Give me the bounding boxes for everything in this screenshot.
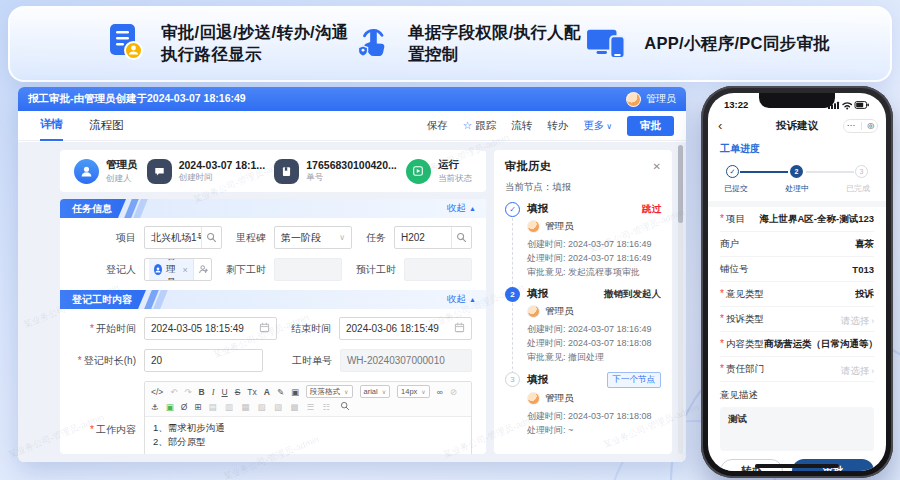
redo-icon[interactable]: ↷ <box>184 387 191 397</box>
clear-format-icon[interactable]: Tx <box>247 387 256 397</box>
feature-text-line2: 执行路径显示 <box>161 44 349 66</box>
more-options-icon[interactable]: ⋯ <box>847 121 855 130</box>
phone-field-project[interactable]: *项目 海上世界A区-全称-测试123 <box>720 207 874 232</box>
next-node-button[interactable]: 下一个节点 <box>607 372 662 388</box>
created-time-info: 2024-03-07 18:1...创建时间 <box>147 159 265 184</box>
creator-info: 管理员创建人 <box>74 158 138 185</box>
star-icon: ☆ <box>463 119 472 131</box>
undo-icon[interactable]: ↶ <box>170 387 177 397</box>
start-time-input[interactable]: 2024-03-05 18:15:49 <box>144 317 277 340</box>
required-mark: * <box>90 323 94 334</box>
end-time-input[interactable]: 2024-03-06 18:15:49 <box>339 317 472 340</box>
duration-input[interactable]: 20 <box>144 349 263 372</box>
phone-field-content-type[interactable]: *内容类型 商场营运类（日常沟通等） <box>720 332 874 357</box>
milestone-label: 里程碑 <box>236 231 266 245</box>
link-icon[interactable]: ∞ <box>437 387 443 397</box>
search-icon[interactable] <box>201 227 221 248</box>
remove-tag-icon[interactable]: × <box>183 265 188 275</box>
chat-bubble-icon <box>147 159 172 184</box>
bold-icon[interactable]: B <box>199 387 205 397</box>
avatar <box>527 392 540 405</box>
strikethrough-icon[interactable]: S <box>235 387 241 397</box>
document-user-icon <box>105 22 145 66</box>
step-label: 已完成 <box>846 183 870 194</box>
required-mark: * <box>90 424 94 435</box>
anchor-icon[interactable]: ⚓ <box>151 402 159 412</box>
italic-icon[interactable]: I <box>212 387 215 397</box>
tab-flowchart[interactable]: 流程图 <box>89 111 124 141</box>
rich-text-editor[interactable]: </> ↶ ↷ B I U S Tx A ✎ ▣ <box>144 381 472 454</box>
paragraph-format-select[interactable]: 段落格式∨ <box>306 385 352 398</box>
avatar <box>527 220 540 233</box>
highlight-icon[interactable]: ✎ <box>277 387 284 397</box>
project-input[interactable]: 北兴机场1号航 <box>144 226 222 249</box>
phone-field-shop-number[interactable]: 铺位号 T013 <box>720 257 874 282</box>
person-icon <box>154 264 162 275</box>
task-label: 任务 <box>366 231 386 245</box>
summary-card: 管理员创建人 2024-03-07 18:1...创建时间 1765683010… <box>60 150 486 192</box>
phone-page-title: 投诉建议 <box>776 119 818 133</box>
attachment-icon[interactable]: Ø <box>181 402 188 412</box>
phone-field-merchant[interactable]: 商户 喜茶 <box>720 232 874 257</box>
fullscreen-icon[interactable]: ▣ <box>291 387 299 397</box>
font-size-select[interactable]: 14px∨ <box>397 385 430 398</box>
font-color-icon[interactable]: A <box>264 387 270 397</box>
scrollbar-thumb[interactable] <box>678 145 683 223</box>
chevron-down-icon: ∨ <box>606 122 612 131</box>
code-icon[interactable]: </> <box>151 387 163 397</box>
transfer-button[interactable]: 转办 <box>547 119 568 133</box>
tab-detail[interactable]: 详情 <box>40 111 63 141</box>
search-icon[interactable] <box>451 227 471 248</box>
form-card: 任务信息 收起▲ 项目 北兴机场1号航 里程碑 第一阶段 ∨ 任务 <box>60 199 486 454</box>
registrant-input[interactable]: 管理员 × <box>144 258 212 281</box>
save-button[interactable]: 保存 <box>427 119 448 133</box>
user-name: 管理员 <box>646 92 676 106</box>
step-label: 已提交 <box>724 183 748 194</box>
image-icon[interactable]: ▣ <box>166 402 174 412</box>
duration-label: *登记时长(h) <box>60 354 136 368</box>
back-icon[interactable]: ‹ <box>718 119 722 132</box>
add-person-icon[interactable] <box>193 259 212 280</box>
collapse-up-icon: ▲ <box>469 205 476 212</box>
font-family-select[interactable]: arial∨ <box>360 385 391 398</box>
section-worktime: 登记工时内容 收起▲ <box>60 290 486 309</box>
window-title: 报工审批-由管理员创建于2024-03-07 18:16:49 <box>28 92 246 106</box>
phone-field-responsible-dept[interactable]: *责任部门 请选择› <box>720 357 874 382</box>
feature-multi-device: APP/小程序/PC同步审批 <box>586 23 830 65</box>
circulate-button[interactable]: 流转 <box>511 119 532 133</box>
unlink-icon[interactable]: ⊘ <box>450 387 457 397</box>
miniprogram-capsule[interactable]: ⋯ ◎ <box>843 119 878 133</box>
phone-field-opinion-type[interactable]: *意见类型 投诉 <box>720 282 874 307</box>
table-icon[interactable]: ⊞ <box>194 402 201 412</box>
editor-content[interactable]: 1、需求初步沟通 2、部分原型 <box>145 417 471 454</box>
close-icon[interactable]: ✕ <box>653 161 661 172</box>
track-button[interactable]: ☆ 跟踪 <box>463 119 496 133</box>
titlebar-user[interactable]: 管理员 <box>626 92 676 107</box>
required-mark: * <box>78 355 82 366</box>
running-status-icon <box>406 159 431 184</box>
avatar <box>527 305 540 318</box>
more-button[interactable]: 更多∨ <box>583 119 612 133</box>
milestone-select[interactable]: 第一阶段 ∨ <box>274 226 352 249</box>
task-input[interactable]: H202 <box>394 226 472 249</box>
registrant-tag[interactable]: 管理员 × <box>149 258 193 281</box>
current-node-text: 当前节点：填报 <box>505 181 661 194</box>
collapse-toggle[interactable]: 收起▲ <box>447 202 476 215</box>
description-label: 意见描述 <box>720 389 874 402</box>
section-title: 登记工时内容 <box>60 290 146 309</box>
phone-field-complaint-type[interactable]: *投诉类型 请选择› <box>720 307 874 332</box>
vertical-scrollbar[interactable] <box>678 145 683 454</box>
description-textarea[interactable]: 测试 <box>720 407 874 451</box>
estimated-hours-field <box>404 258 472 281</box>
close-target-icon[interactable]: ◎ <box>867 121 874 130</box>
table-tools-icons: ▤ ▥ ▦ ▧ ▨ ▩ ☰ ☷ <box>208 402 333 412</box>
underline-icon[interactable]: U <box>222 387 228 397</box>
search-icon[interactable] <box>340 401 350 413</box>
touch-shield-icon <box>354 23 392 65</box>
person-icon <box>74 159 99 184</box>
chevron-right-icon: › <box>871 366 874 376</box>
collapse-toggle[interactable]: 收起▲ <box>447 293 476 306</box>
editor-toolbar: </> ↶ ↷ B I U S Tx A ✎ ▣ <box>145 382 471 417</box>
step-number: 3 <box>505 372 520 387</box>
approve-button[interactable]: 审批 <box>627 116 674 136</box>
